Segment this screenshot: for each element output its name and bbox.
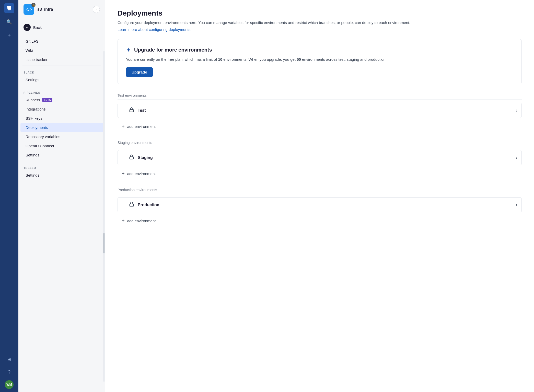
section-label-pipelines: PIPELINES — [18, 88, 105, 95]
chevron-right-icon: › — [516, 202, 517, 207]
search-icon[interactable]: 🔍 — [5, 17, 14, 27]
sidebar-header: </> 🔒 s3_infra ‹ — [18, 0, 105, 19]
sidebar-item-git-lfs[interactable]: Git LFS — [20, 37, 103, 46]
main-content: Deployments Configure your deployment en… — [105, 0, 534, 392]
staging-environments-section: Staging environments ⋮ Staging › + add e… — [118, 141, 522, 180]
chevron-right-icon: › — [516, 108, 517, 113]
upgrade-star-icon: ✦ — [126, 46, 131, 54]
repo-lock-icon: 🔒 — [31, 3, 36, 7]
sidebar-item-trello-settings[interactable]: Settings — [20, 171, 103, 180]
upgrade-banner-description: You are currently on the free plan, whic… — [126, 57, 513, 63]
section-label-trello: TRELLO — [18, 163, 105, 170]
sidebar-item-pipelines-settings[interactable]: Settings — [20, 151, 103, 160]
sidebar-item-runners[interactable]: Runners BETA — [20, 95, 103, 104]
upgrade-banner-title: Upgrade for more environments — [134, 47, 212, 53]
test-environment-item[interactable]: ⋮ Test › — [118, 103, 522, 118]
back-arrow-icon: ← — [24, 24, 31, 31]
sidebar-item-repo-variables[interactable]: Repository variables — [20, 132, 103, 141]
svg-rect-1 — [130, 157, 134, 159]
svg-rect-0 — [130, 109, 134, 112]
svg-rect-2 — [130, 204, 134, 206]
production-environments-title: Production environments — [118, 188, 522, 194]
upgrade-banner-header: ✦ Upgrade for more environments — [126, 46, 513, 54]
sidebar-item-slack-settings[interactable]: Settings — [20, 75, 103, 84]
add-circle-icon: + — [122, 124, 125, 129]
add-circle-icon: + — [122, 218, 125, 224]
staging-environments-title: Staging environments — [118, 141, 522, 147]
sidebar-item-issue-tracker[interactable]: Issue tracker — [20, 55, 103, 64]
scrollbar-thumb[interactable] — [103, 233, 105, 253]
divider-top — [22, 35, 101, 35]
add-circle-icon: + — [122, 171, 125, 177]
sidebar: </> 🔒 s3_infra ‹ ← Back Git LFS Wiki Iss… — [18, 0, 105, 392]
global-nav: 🔍 + ⊞ ? WM — [0, 0, 18, 392]
help-icon[interactable]: ? — [5, 368, 14, 377]
user-avatar[interactable]: WM — [5, 380, 14, 389]
divider-slack — [22, 66, 101, 66]
sidebar-item-deployments[interactable]: Deployments — [20, 123, 103, 132]
sidebar-item-ssh-keys[interactable]: SSH keys — [20, 114, 103, 123]
section-label-slack: SLACK — [18, 67, 105, 75]
sidebar-item-integrations[interactable]: Integrations — [20, 105, 103, 114]
add-production-environment-button[interactable]: + add environment — [118, 215, 160, 227]
drag-handle-icon: ⋮ — [122, 155, 126, 160]
drag-handle-icon: ⋮ — [122, 108, 126, 113]
env-lock-icon — [129, 202, 134, 208]
drag-handle-icon: ⋮ — [122, 202, 126, 207]
divider-pipelines — [22, 86, 101, 86]
staging-env-name: Staging — [138, 155, 516, 160]
learn-more-link[interactable]: Learn more about configuring deployments… — [118, 27, 191, 32]
add-test-environment-button[interactable]: + add environment — [118, 120, 160, 132]
back-button[interactable]: ← Back — [18, 21, 105, 33]
bitbucket-logo[interactable] — [4, 3, 14, 13]
upgrade-button[interactable]: Upgrade — [126, 67, 153, 77]
chevron-right-icon: › — [516, 155, 517, 160]
test-env-name: Test — [138, 108, 516, 113]
add-staging-environment-button[interactable]: + add environment — [118, 168, 160, 180]
divider-trello — [22, 161, 101, 161]
scrollbar-track — [103, 51, 105, 382]
page-description: Configure your deployment environments h… — [118, 20, 522, 26]
staging-environment-item[interactable]: ⋮ Staging › — [118, 150, 522, 165]
test-environments-section: Test environments ⋮ Test › + add environ… — [118, 93, 522, 132]
test-environments-title: Test environments — [118, 93, 522, 100]
production-environments-section: Production environments ⋮ Production › +… — [118, 188, 522, 227]
upgrade-banner: ✦ Upgrade for more environments You are … — [118, 39, 522, 84]
production-environment-item[interactable]: ⋮ Production › — [118, 197, 522, 212]
sidebar-item-wiki[interactable]: Wiki — [20, 46, 103, 55]
page-title: Deployments — [118, 9, 522, 17]
env-lock-icon — [129, 154, 134, 161]
env-lock-icon — [129, 107, 134, 114]
repo-icon: </> 🔒 — [24, 4, 34, 15]
apps-grid-icon[interactable]: ⊞ — [5, 355, 14, 364]
create-icon[interactable]: + — [5, 31, 14, 40]
sidebar-collapse-button[interactable]: ‹ — [93, 6, 100, 13]
beta-badge: BETA — [42, 98, 52, 102]
sidebar-item-openid-connect[interactable]: OpenID Connect — [20, 141, 103, 150]
production-env-name: Production — [138, 203, 516, 207]
sidebar-nav: ← Back Git LFS Wiki Issue tracker SLACK … — [18, 19, 105, 392]
repo-name: s3_infra — [37, 7, 53, 12]
